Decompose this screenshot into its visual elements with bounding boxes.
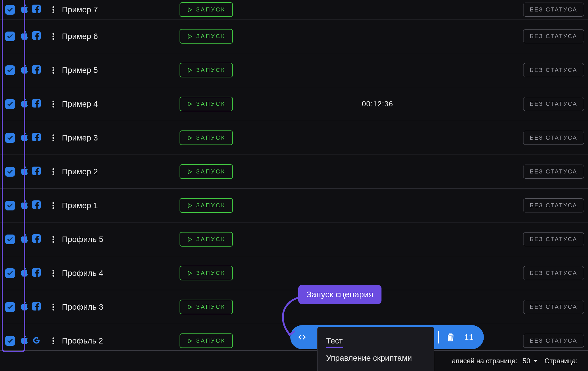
status-cell: БЕЗ СТАТУСА bbox=[509, 3, 584, 17]
more-menu-button[interactable] bbox=[48, 33, 59, 40]
row-checkbox[interactable] bbox=[5, 302, 15, 312]
more-menu-button[interactable] bbox=[48, 6, 59, 13]
launch-button[interactable]: ЗАПУСК bbox=[180, 333, 233, 348]
apple-icon bbox=[20, 301, 29, 313]
checkbox-cell bbox=[0, 53, 20, 87]
row-checkbox[interactable] bbox=[5, 5, 15, 15]
svg-point-39 bbox=[52, 309, 54, 311]
svg-point-19 bbox=[52, 140, 54, 141]
more-menu-button[interactable] bbox=[48, 202, 59, 209]
status-badge[interactable]: БЕЗ СТАТУСА bbox=[523, 300, 584, 314]
more-menu-button[interactable] bbox=[48, 168, 59, 175]
apple-icon bbox=[20, 132, 29, 143]
status-cell: БЕЗ СТАТУСА bbox=[509, 29, 584, 43]
row-checkbox[interactable] bbox=[5, 65, 15, 75]
launch-button[interactable]: ЗАПУСК bbox=[180, 164, 233, 179]
row-checkbox[interactable] bbox=[5, 99, 15, 109]
status-badge[interactable]: БЕЗ СТАТУСА bbox=[523, 131, 584, 145]
code-icon[interactable] bbox=[297, 332, 307, 342]
per-page-dropdown[interactable]: 50 bbox=[523, 357, 538, 365]
status-badge[interactable]: БЕЗ СТАТУСА bbox=[523, 29, 584, 43]
svg-point-27 bbox=[52, 207, 54, 209]
launch-button[interactable]: ЗАПУСК bbox=[180, 97, 233, 111]
row-checkbox[interactable] bbox=[5, 201, 15, 210]
status-badge[interactable]: БЕЗ СТАТУСА bbox=[523, 198, 584, 212]
platform-icons bbox=[20, 4, 48, 15]
launch-button[interactable]: ЗАПУСК bbox=[180, 130, 233, 145]
status-badge[interactable]: БЕЗ СТАТУСА bbox=[523, 97, 584, 111]
status-badge[interactable]: БЕЗ СТАТУСА bbox=[523, 3, 584, 17]
launch-button[interactable]: ЗАПУСК bbox=[180, 198, 233, 213]
status-cell: БЕЗ СТАТУСА bbox=[509, 266, 584, 280]
status-cell: БЕЗ СТАТУСА bbox=[509, 63, 584, 77]
row-checkbox[interactable] bbox=[5, 268, 15, 278]
platform-icons bbox=[20, 335, 48, 346]
facebook-icon bbox=[32, 167, 41, 177]
table-row: Пример 4ЗАПУСК00:12:36БЕЗ СТАТУСА bbox=[0, 87, 588, 121]
per-page-value: 50 bbox=[523, 357, 530, 365]
facebook-icon bbox=[32, 5, 41, 15]
row-checkbox[interactable] bbox=[5, 133, 15, 143]
profile-name: Профиль 3 bbox=[59, 302, 180, 312]
facebook-icon bbox=[32, 302, 41, 312]
table-footer: аписей на странице: 50 Страница: bbox=[0, 350, 588, 371]
svg-point-21 bbox=[52, 168, 54, 170]
table-row: Профиль 3ЗАПУСКБЕЗ СТАТУСА bbox=[0, 290, 588, 324]
status-badge[interactable]: БЕЗ СТАТУСА bbox=[523, 63, 584, 77]
profile-name: Пример 2 bbox=[59, 167, 180, 176]
svg-point-34 bbox=[52, 272, 54, 274]
profile-name: Профиль 5 bbox=[59, 235, 180, 244]
table-row: Пример 2ЗАПУСКБЕЗ СТАТУСА bbox=[0, 155, 588, 189]
apple-icon bbox=[20, 166, 29, 177]
table-row: Пример 6ЗАПУСКБЕЗ СТАТУСА bbox=[0, 19, 588, 53]
selected-count: 11 bbox=[462, 332, 474, 342]
per-page-label: аписей на странице: bbox=[452, 357, 517, 365]
more-menu-button[interactable] bbox=[48, 337, 59, 344]
more-menu-button[interactable] bbox=[48, 101, 59, 108]
launch-button[interactable]: ЗАПУСК bbox=[180, 63, 233, 77]
checkbox-cell bbox=[0, 155, 20, 188]
svg-point-41 bbox=[52, 340, 54, 342]
profile-name: Пример 1 bbox=[59, 201, 180, 210]
more-menu-button[interactable] bbox=[48, 67, 59, 74]
launch-cell: ЗАПУСК bbox=[180, 300, 246, 314]
facebook-icon bbox=[32, 65, 41, 75]
svg-point-22 bbox=[52, 171, 54, 173]
launch-button[interactable]: ЗАПУСК bbox=[180, 266, 233, 280]
row-checkbox[interactable] bbox=[5, 32, 15, 41]
status-badge[interactable]: БЕЗ СТАТУСА bbox=[523, 266, 584, 280]
launch-cell: ЗАПУСК bbox=[180, 29, 246, 44]
svg-point-38 bbox=[52, 306, 54, 308]
popup-item-test[interactable]: Тест bbox=[318, 332, 434, 349]
launch-button[interactable]: ЗАПУСК bbox=[180, 300, 233, 314]
apple-icon bbox=[20, 200, 29, 211]
svg-point-7 bbox=[52, 38, 54, 40]
checkbox-cell bbox=[0, 19, 20, 53]
more-menu-button[interactable] bbox=[48, 304, 59, 311]
launch-cell: ЗАПУСК bbox=[180, 198, 246, 213]
launch-button[interactable]: ЗАПУСК bbox=[180, 29, 233, 44]
more-menu-button[interactable] bbox=[48, 270, 59, 277]
trash-icon[interactable] bbox=[446, 332, 455, 342]
launch-cell: ЗАПУСК bbox=[180, 232, 246, 247]
launch-cell: ЗАПУСК bbox=[180, 333, 246, 348]
more-menu-button[interactable] bbox=[48, 134, 59, 141]
svg-point-37 bbox=[52, 304, 54, 305]
pill-divider bbox=[438, 331, 439, 343]
row-checkbox[interactable] bbox=[5, 336, 15, 346]
status-badge[interactable]: БЕЗ СТАТУСА bbox=[523, 232, 584, 246]
launch-button[interactable]: ЗАПУСК bbox=[180, 232, 233, 247]
more-menu-button[interactable] bbox=[48, 236, 59, 243]
row-checkbox[interactable] bbox=[5, 235, 15, 244]
platform-icons bbox=[20, 65, 48, 76]
popup-item-manage-scripts[interactable]: Управление скриптами bbox=[318, 349, 434, 367]
status-cell: БЕЗ СТАТУСА bbox=[509, 300, 584, 314]
svg-point-29 bbox=[52, 236, 54, 238]
status-badge[interactable]: БЕЗ СТАТУСА bbox=[523, 334, 584, 348]
table-row: Профиль 4ЗАПУСКБЕЗ СТАТУСА bbox=[0, 256, 588, 290]
row-checkbox[interactable] bbox=[5, 167, 15, 177]
profile-name: Пример 6 bbox=[59, 32, 180, 41]
launch-button[interactable]: ЗАПУСК bbox=[180, 2, 233, 17]
profile-name: Профьль 2 bbox=[59, 336, 180, 345]
status-badge[interactable]: БЕЗ СТАТУСА bbox=[523, 165, 584, 179]
